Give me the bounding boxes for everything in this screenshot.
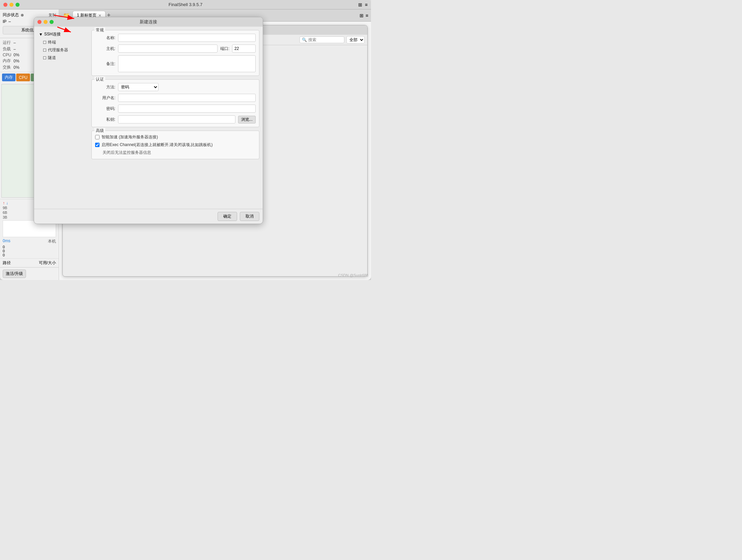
app-title: FinalShell 3.9.5.7 [169,2,202,7]
checkbox-proxy-icon: ☐ [43,48,47,53]
advanced-legend: 高级 [94,128,105,134]
host-row: 主机: 端口: [95,45,256,53]
new-conn-title: 新建连接 [34,17,263,27]
exec-channel-row: 启用Exec Channel(若连接上就被断开,请关闭该项,比如跳板机) [95,142,256,148]
exec-channel-checkbox[interactable] [95,143,99,147]
content-area: 📁 1 新标签页 × + ⊞ ≡ [59,9,371,280]
mem-tab[interactable]: 内存 [2,74,16,81]
close-button[interactable] [3,3,7,7]
name-label: 名称: [95,35,115,41]
new-conn-buttons [37,20,54,24]
new-conn-dialog: 新建连接 ▼ SSH连接 ☐ 终端 ☐ [34,17,263,224]
password-row: 密码: [95,105,256,113]
exec-channel-note: 关闭后无法监控服务器信息 [95,150,256,156]
disk-path-label: 路径 [3,260,11,266]
ping-v3: 0 [3,253,56,257]
browse-button[interactable]: 浏览... [238,116,256,123]
smart-accel-row: 智能加速 (加速海外服务器连接) [95,134,256,140]
smart-accel-checkbox[interactable] [95,135,99,139]
titlebar-buttons [3,3,20,7]
mem-label: 内存 [3,58,12,64]
net-up-icon: ↑ [3,201,5,205]
load-label: 负载 [3,46,12,52]
nc-left-panel: ▼ SSH连接 ☐ 终端 ☐ 代理服务器 ☐ 隧 [37,30,88,205]
watermark: CSDN @Sunlr688 [338,273,368,277]
new-conn-title-label: 新建连接 [140,19,157,25]
nc-maximize-button[interactable] [50,20,54,24]
note-input[interactable] [118,55,256,72]
advanced-section: 高级 智能加速 (加速海外服务器连接) 启用Exec Channel(若连接上就… [91,131,259,159]
checkbox-tunnel-icon: ☐ [43,56,47,60]
minimize-button[interactable] [9,3,13,7]
port-label: 端口: [220,46,229,52]
expand-icon: ▼ [39,32,43,37]
nc-footer: 确定 取消 [34,209,263,224]
upgrade-button[interactable]: 激活/升级 [3,270,26,278]
privkey-row: 私钥: 浏览... [95,115,256,123]
sync-status-dot [21,14,24,17]
ping-v1: 0 [3,245,56,249]
username-input[interactable] [118,94,256,102]
nc-minimize-button[interactable] [44,20,48,24]
proxy-item[interactable]: ☐ 代理服务器 [37,46,88,54]
tab-right-icons: ⊞ ≡ [360,13,368,18]
cpu-label: CPU [3,53,12,57]
disk-section: 路径 可用/大小 [0,258,59,267]
port-input[interactable] [232,45,256,53]
cancel-button[interactable]: 取消 [240,212,259,221]
method-row: 方法: 密码 密钥 无 [95,83,256,91]
note-row: 备注: [95,55,256,72]
terminal-label: 终端 [48,39,56,45]
menu-icon[interactable]: ≡ [365,2,368,7]
general-section: 常规 名称: 主机: 端口: [91,30,259,76]
nc-right-panel: 常规 名称: 主机: 端口: [91,30,259,205]
ping-row: 0ms 本机 [3,238,56,245]
sidebar-bottom: 激活/升级 [0,267,59,280]
method-select[interactable]: 密码 密钥 无 [118,83,159,91]
smart-accel-label: 智能加速 (加速海外服务器连接) [102,134,158,140]
exec-channel-label: 启用Exec Channel(若连接上就被断开,请关闭该项,比如跳板机) [102,142,212,148]
ping-host: 本机 [48,239,56,244]
list-view-icon[interactable]: ≡ [366,13,368,18]
auth-legend: 认证 [94,77,105,82]
search-input[interactable] [308,37,342,42]
name-input[interactable] [118,34,256,42]
ip-label: IP [3,19,6,24]
proxy-label: 代理服务器 [48,47,68,53]
nc-close-button[interactable] [37,20,41,24]
terminal-item[interactable]: ☐ 终端 [37,38,88,46]
search-box: 🔍 [299,36,344,43]
password-input[interactable] [118,105,256,113]
filter-select[interactable]: 全部 [346,36,365,44]
ping-v2: 0 [3,249,56,253]
ip-value: – [8,19,11,24]
checkbox-terminal-icon: ☐ [43,40,47,45]
disk-avail-label: 可用/大小 [39,260,56,266]
search-icon: 🔍 [302,37,307,42]
run-label: 运行 [3,40,12,46]
maximize-button[interactable] [16,3,20,7]
tunnel-item[interactable]: ☐ 隧道 [37,54,88,62]
privkey-input[interactable] [118,115,235,123]
grid-icon[interactable]: ⊞ [358,2,362,7]
net-down-icon: ↓ [6,201,8,205]
titlebar: FinalShell 3.9.5.7 ⊞ ≡ [0,0,371,9]
privkey-label: 私钥: [95,117,115,122]
ping-label: 0ms [3,239,10,244]
cpu-tab[interactable]: CPU [16,74,30,81]
username-label: 用户名: [95,95,115,101]
swap-label: 交换 [3,64,12,70]
tunnel-label: 隧道 [48,55,56,61]
confirm-button[interactable]: 确定 [218,212,237,221]
general-legend: 常规 [94,27,105,33]
grid-view-icon[interactable]: ⊞ [360,13,364,18]
method-label: 方法: [95,84,115,90]
auth-section: 认证 方法: 密码 密钥 无 用户名: [91,79,259,127]
sync-status-label: 同步状态 [3,12,19,18]
ssh-section-header[interactable]: ▼ SSH连接 [37,30,88,38]
password-label: 密码: [95,106,115,112]
username-row: 用户名: [95,94,256,102]
note-label: 备注: [95,61,115,67]
ssh-label: SSH连接 [44,31,61,37]
host-input[interactable] [118,45,218,53]
